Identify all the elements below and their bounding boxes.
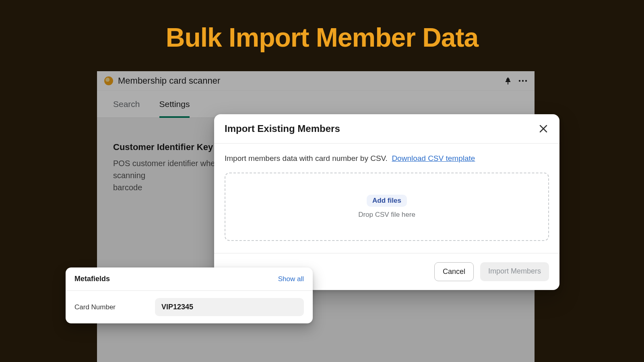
section-desc-line1: POS customer identifier when scanning	[113, 159, 220, 180]
tab-settings[interactable]: Settings	[159, 99, 190, 118]
close-icon[interactable]	[538, 123, 549, 134]
hero-title: Bulk Import Member Data	[0, 22, 644, 53]
svg-point-1	[522, 80, 524, 81]
import-members-button[interactable]: Import Members	[480, 262, 549, 281]
modal-body: Import members data with card number by …	[214, 144, 559, 253]
cancel-button[interactable]: Cancel	[434, 262, 474, 281]
app-logo-icon	[104, 76, 113, 85]
card-number-label: Card Number	[74, 303, 139, 311]
svg-point-0	[519, 80, 520, 81]
app-title: Membership card scanner	[118, 76, 220, 86]
more-icon[interactable]	[518, 80, 527, 82]
drop-hint: Drop CSV file here	[358, 211, 415, 219]
tab-search[interactable]: Search	[113, 99, 140, 117]
modal-title: Import Existing Members	[225, 123, 340, 134]
card-number-input[interactable]	[155, 298, 304, 316]
metafield-row: Card Number	[66, 291, 313, 323]
pin-icon[interactable]	[505, 77, 511, 84]
svg-point-2	[525, 80, 527, 81]
import-modal: Import Existing Members Import members d…	[214, 114, 559, 290]
file-dropzone[interactable]: Add files Drop CSV file here	[225, 173, 549, 241]
metafields-header: Metafields Show all	[66, 267, 313, 291]
modal-header: Import Existing Members	[214, 114, 559, 144]
metafields-card: Metafields Show all Card Number	[66, 267, 313, 323]
app-header: Membership card scanner	[97, 71, 535, 90]
download-template-link[interactable]: Download CSV template	[392, 154, 475, 162]
show-all-link[interactable]: Show all	[278, 275, 304, 283]
metafields-title: Metafields	[74, 275, 110, 283]
modal-subtext: Import members data with card number by …	[225, 154, 549, 163]
modal-subtext-text: Import members data with card number by …	[225, 154, 388, 162]
section-desc-line2: barcode	[113, 183, 142, 192]
tabs: Search Settings	[97, 90, 535, 118]
add-files-button[interactable]: Add files	[367, 195, 407, 207]
